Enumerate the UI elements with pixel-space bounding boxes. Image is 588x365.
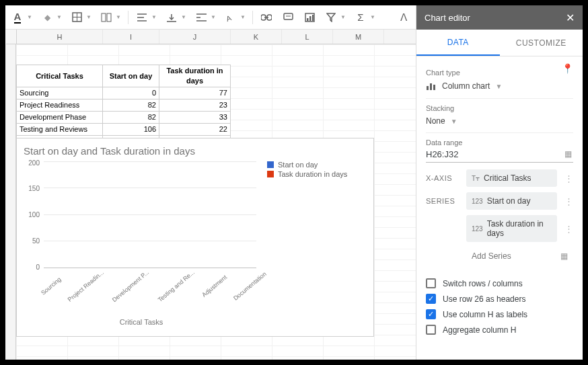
series-label: SERIES xyxy=(426,197,460,205)
functions-dropdown[interactable]: ▼ xyxy=(370,14,378,20)
col-header[interactable]: I xyxy=(103,30,159,44)
valign-button[interactable] xyxy=(162,9,181,26)
x-axis-title: Critical Tasks xyxy=(24,318,259,326)
functions-button[interactable]: Σ xyxy=(351,9,370,26)
svg-rect-3 xyxy=(102,13,106,22)
svg-rect-4 xyxy=(107,13,111,22)
chart-type-label: Chart type xyxy=(426,69,562,77)
table-row: Testing and Reviews10622 xyxy=(17,124,231,136)
data-range-input[interactable] xyxy=(426,147,573,163)
borders-button[interactable] xyxy=(67,9,86,26)
embedded-chart[interactable]: Start on day and Task duration in days 2… xyxy=(16,138,374,337)
col-header[interactable]: H xyxy=(17,30,103,44)
stacking-select[interactable]: None ▼ xyxy=(426,112,573,133)
grid-select-icon: ▦ xyxy=(560,251,568,261)
chevron-down-icon: ▼ xyxy=(495,83,502,90)
header-cell[interactable]: Start on day xyxy=(103,65,159,87)
comment-button[interactable] xyxy=(279,9,297,26)
wrap-button[interactable] xyxy=(192,9,211,26)
x-axis-chip[interactable]: TᴛCritical Tasks xyxy=(466,169,557,187)
chart-type-select[interactable]: Column chart ▼ xyxy=(426,77,573,99)
column-chart-icon xyxy=(426,81,437,91)
col-header[interactable]: J xyxy=(159,30,231,44)
svg-text:A: A xyxy=(226,13,233,22)
merge-button[interactable] xyxy=(97,9,116,26)
chevron-down-icon: ▼ xyxy=(451,118,457,125)
toolbar: A ▼ ◆ ▼ ▼ ▼ ▼ ▼ ▼ A ▼ ▼ Σ ▼ ᐱ xyxy=(5,5,416,30)
svg-rect-25 xyxy=(433,85,435,90)
table-row: Project Readiness8223 xyxy=(17,99,231,112)
merge-dropdown[interactable]: ▼ xyxy=(116,14,124,20)
col-header[interactable]: M xyxy=(333,30,384,44)
header-cell[interactable]: Task duration in days xyxy=(159,65,231,87)
svg-rect-23 xyxy=(427,86,429,90)
tab-customize[interactable]: CUSTOMIZE xyxy=(500,30,583,56)
collapse-toolbar-button[interactable]: ᐱ xyxy=(394,9,413,26)
table-row: Development Phase8233 xyxy=(17,112,231,124)
filter-button[interactable] xyxy=(322,9,340,26)
svg-rect-21 xyxy=(312,15,314,21)
panel-header: Chart editor ✕ xyxy=(416,5,583,30)
data-range-label: Data range xyxy=(426,138,573,147)
select-all-corner[interactable] xyxy=(6,30,17,44)
series-chip[interactable]: 123Start on day xyxy=(466,192,557,210)
more-icon[interactable]: ⋮ xyxy=(564,224,573,234)
pin-icon[interactable]: 📍 xyxy=(562,63,573,74)
chart-button[interactable] xyxy=(300,9,319,26)
halign-dropdown[interactable]: ▼ xyxy=(151,14,159,20)
grid-select-icon[interactable]: ▦ xyxy=(564,149,572,159)
number-type-icon: 123 xyxy=(472,225,483,233)
chart-editor-panel: Chart editor ✕ DATA CUSTOMIZE Chart type… xyxy=(416,5,583,360)
wrap-dropdown[interactable]: ▼ xyxy=(211,14,219,20)
series-chip[interactable]: 123Task duration in days xyxy=(466,215,557,242)
x-axis-label: X-AXIS xyxy=(426,174,460,182)
spreadsheet-grid[interactable]: Critical Tasks Start on day Task duratio… xyxy=(16,44,416,360)
add-series-button[interactable]: Add Series ▦ xyxy=(466,247,573,265)
fill-color-button[interactable]: ◆ xyxy=(38,9,57,26)
stacking-label: Stacking xyxy=(426,104,573,112)
text-color-button[interactable]: A xyxy=(8,9,27,26)
filter-dropdown[interactable]: ▼ xyxy=(340,14,348,20)
close-icon[interactable]: ✕ xyxy=(566,11,575,24)
chart-legend: Start on day Task duration in days xyxy=(259,159,367,327)
svg-marker-22 xyxy=(327,13,335,22)
col-header[interactable]: L xyxy=(282,30,333,44)
svg-rect-20 xyxy=(309,16,311,21)
borders-dropdown[interactable]: ▼ xyxy=(86,14,94,20)
use-row-headers-checkbox[interactable]: ✓ xyxy=(426,294,436,304)
valign-dropdown[interactable]: ▼ xyxy=(181,14,189,20)
more-icon[interactable]: ⋮ xyxy=(564,196,573,206)
column-headers: H I J K L M xyxy=(6,30,416,44)
link-button[interactable] xyxy=(257,9,276,26)
rotate-dropdown[interactable]: ▼ xyxy=(240,14,248,20)
chart-title: Start on day and Task duration in days xyxy=(24,145,367,157)
row-gutter xyxy=(5,44,16,360)
fill-color-dropdown[interactable]: ▼ xyxy=(57,14,65,20)
switch-rows-cols-checkbox[interactable] xyxy=(426,278,436,288)
text-color-dropdown[interactable]: ▼ xyxy=(27,14,35,20)
number-type-icon: 123 xyxy=(472,198,483,205)
tab-data[interactable]: DATA xyxy=(416,30,500,56)
col-header[interactable]: K xyxy=(231,30,282,44)
chart-plot: 200 150 100 50 0 xyxy=(24,159,259,327)
rotate-button[interactable]: A xyxy=(221,9,240,26)
table-row: Sourcing077 xyxy=(17,87,231,99)
more-icon[interactable]: ⋮ xyxy=(564,173,573,184)
header-cell[interactable]: Critical Tasks xyxy=(17,65,103,87)
use-col-labels-checkbox[interactable]: ✓ xyxy=(426,309,436,319)
panel-title: Chart editor xyxy=(425,13,470,23)
svg-rect-24 xyxy=(430,83,432,90)
halign-button[interactable] xyxy=(133,9,151,26)
svg-rect-19 xyxy=(307,18,309,21)
aggregate-checkbox[interactable] xyxy=(426,325,436,335)
text-type-icon: Tᴛ xyxy=(472,175,480,182)
